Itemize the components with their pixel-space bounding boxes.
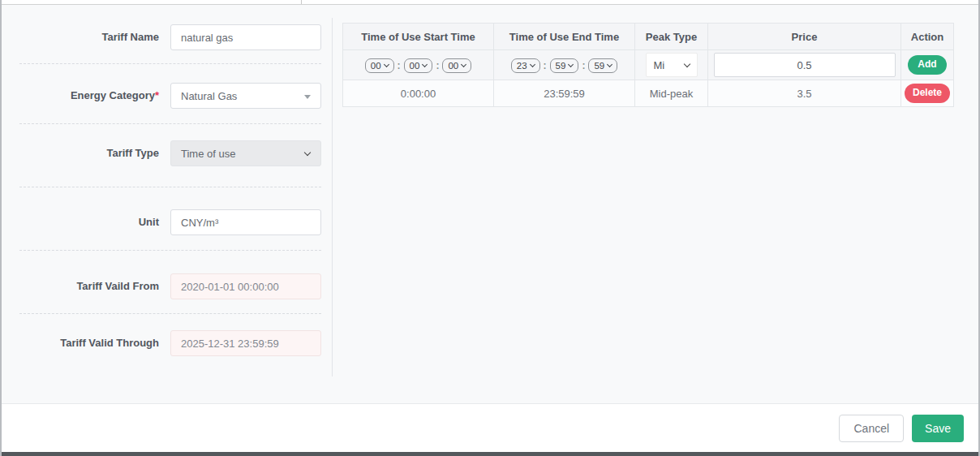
required-asterisk: * <box>155 89 159 101</box>
col-header-end-time: Time of Use End Time <box>494 24 635 50</box>
row-price: 3.5 <box>708 80 901 107</box>
valid-through-label-text: Tariff Valid Through <box>60 337 159 349</box>
tariff-name-input[interactable] <box>170 24 321 50</box>
tariff-form-content: Tariff Name Energy Category* Natural Gas… <box>2 5 978 403</box>
start-hour-select[interactable]: 00 <box>365 58 394 73</box>
tariff-type-value: Time of use <box>181 148 235 160</box>
valid-from-label-text: Tariff Vaild From <box>76 280 159 292</box>
end-time-cell: 23 : 59 : 59 <box>494 50 635 80</box>
price-cell <box>708 50 901 80</box>
tariff-name-label-text: Tariff Name <box>101 31 159 43</box>
peak-type-selected-value: Mi <box>654 59 665 71</box>
col-header-text: Price <box>792 31 818 43</box>
energy-category-label: Energy Category* <box>16 83 159 109</box>
start-second-value: 00 <box>448 61 458 71</box>
energy-category-value: Natural Gas <box>181 90 237 102</box>
end-second-value: 59 <box>594 61 604 71</box>
start-time-cell: 00 : 00 : 00 <box>343 50 494 80</box>
col-header-action: Action <box>901 24 954 50</box>
table-row: 0:00:00 23:59:59 Mid-peak 3.5 Delete <box>343 80 954 107</box>
start-minute-select[interactable]: 00 <box>404 58 433 73</box>
time-colon: : <box>544 60 547 71</box>
top-bar-tick <box>301 0 302 4</box>
window-bottom-edge <box>2 452 978 456</box>
col-header-peak-type: Peak Type <box>635 24 708 50</box>
row-peak-type: Mid-peak <box>635 80 708 107</box>
start-time-group: 00 : 00 : 00 <box>365 58 471 73</box>
energy-category-field-wrap: Natural Gas <box>170 83 321 109</box>
add-button[interactable]: Add <box>908 55 946 75</box>
price-input[interactable] <box>714 53 896 77</box>
chevron-down-icon <box>461 62 466 67</box>
table-input-row: 00 : 00 : 00 23 : 59 : 59 <box>343 50 954 80</box>
unit-field-wrap <box>170 209 321 235</box>
tariff-type-label: Tariff Type <box>16 140 159 166</box>
row-start-time: 0:00:00 <box>343 80 494 107</box>
col-header-start-time: Time of Use Start Time <box>343 24 494 50</box>
time-of-use-table: Time of Use Start Time Time of Use End T… <box>342 23 954 107</box>
action-cell: Add <box>901 50 954 80</box>
peak-type-cell: Mi <box>635 50 708 80</box>
tariff-type-field-wrap: Time of use <box>170 140 321 166</box>
end-minute-select[interactable]: 59 <box>550 58 579 73</box>
col-header-price: Price <box>708 24 901 50</box>
valid-from-field-wrap <box>170 273 321 299</box>
end-second-select[interactable]: 59 <box>588 58 617 73</box>
unit-label: Unit <box>16 209 159 235</box>
separator <box>19 63 321 64</box>
end-hour-value: 23 <box>517 61 527 71</box>
chevron-down-icon <box>304 149 311 156</box>
valid-from-input[interactable] <box>170 273 321 299</box>
chevron-down-icon <box>683 60 690 67</box>
col-header-text: Action <box>911 31 943 43</box>
separator <box>19 187 321 187</box>
energy-category-label-text: Energy Category <box>71 89 155 101</box>
col-header-text: Time of Use End Time <box>509 31 619 43</box>
separator <box>19 123 321 124</box>
chevron-down-icon <box>384 62 389 67</box>
cancel-button[interactable]: Cancel <box>839 415 904 442</box>
start-second-select[interactable]: 00 <box>442 58 471 73</box>
table-header-row: Time of Use Start Time Time of Use End T… <box>343 24 954 50</box>
end-hour-select[interactable]: 23 <box>511 58 540 73</box>
tariff-name-field-wrap <box>170 24 321 50</box>
panel-divider <box>332 18 333 376</box>
valid-through-label: Tariff Valid Through <box>16 330 159 356</box>
footer-bar: Cancel Save <box>2 403 978 452</box>
separator <box>19 313 321 314</box>
energy-category-select[interactable]: Natural Gas <box>170 83 321 109</box>
col-header-text: Time of Use Start Time <box>361 31 475 43</box>
chevron-down-icon <box>568 62 574 67</box>
tariff-edit-window: Tariff Name Energy Category* Natural Gas… <box>0 0 980 456</box>
end-time-group: 23 : 59 : 59 <box>511 58 617 73</box>
time-colon: : <box>582 60 585 71</box>
tariff-name-label: Tariff Name <box>16 24 159 50</box>
time-colon: : <box>436 60 439 71</box>
row-end-time: 23:59:59 <box>494 80 635 107</box>
start-minute-value: 00 <box>410 61 420 71</box>
save-button[interactable]: Save <box>912 415 964 442</box>
valid-through-field-wrap <box>170 330 321 356</box>
valid-through-input[interactable] <box>170 330 321 356</box>
tariff-type-select[interactable]: Time of use <box>170 140 321 166</box>
start-hour-value: 00 <box>371 61 381 71</box>
row-action: Delete <box>901 80 954 107</box>
time-colon: : <box>398 60 401 71</box>
row-price-text: 3.5 <box>797 88 811 100</box>
chevron-down-icon <box>530 62 535 67</box>
chevron-down-icon <box>422 62 428 67</box>
peak-type-select[interactable]: Mi <box>646 53 698 77</box>
delete-button[interactable]: Delete <box>905 84 950 103</box>
tariff-type-label-text: Tariff Type <box>106 147 159 159</box>
valid-from-label: Tariff Vaild From <box>16 273 159 299</box>
col-header-text: Peak Type <box>646 31 697 43</box>
end-minute-value: 59 <box>556 61 566 71</box>
caret-down-icon <box>304 95 311 99</box>
row-start-time-text: 0:00:00 <box>401 88 436 100</box>
row-peak-type-text: Mid-peak <box>650 88 693 100</box>
unit-label-text: Unit <box>139 216 159 228</box>
separator <box>19 250 321 251</box>
row-end-time-text: 23:59:59 <box>544 88 585 100</box>
unit-input[interactable] <box>170 209 321 235</box>
chevron-down-icon <box>607 62 612 67</box>
